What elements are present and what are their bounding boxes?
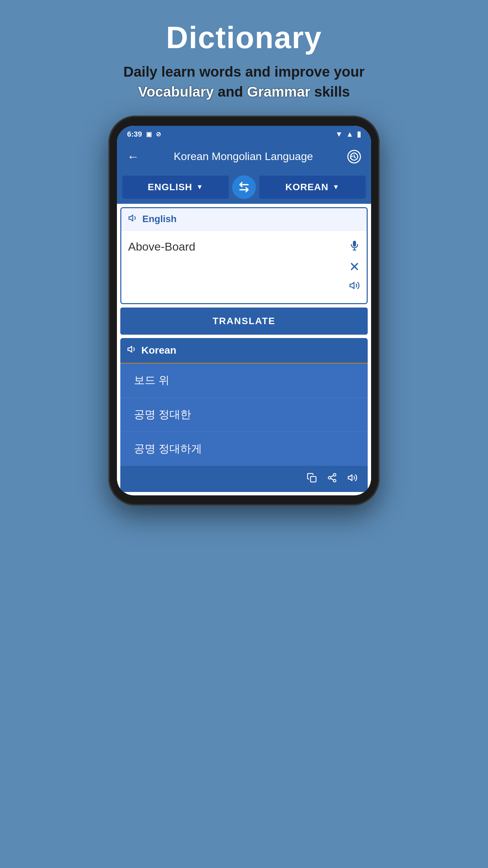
copy-button[interactable] [307, 473, 317, 485]
output-section: Korean 보드 위 공명 정대한 공명 정대하게 [120, 338, 368, 492]
phone-frame: 6:39 ▣ ⊘ ▼ ▲ ▮ ← Korean Mongolian Langua… [108, 116, 380, 506]
play-output-button[interactable] [347, 473, 358, 485]
svg-line-11 [331, 475, 334, 477]
source-lang-button[interactable]: ENGLISH ▼ [122, 176, 229, 199]
subtitle: Daily learn words and improve your Vocab… [14, 62, 474, 102]
output-result-3: 공명 정대하게 [120, 432, 368, 466]
source-lang-arrow: ▼ [196, 183, 203, 191]
battery-icon: ▮ [357, 130, 361, 139]
toolbar: ← Korean Mongolian Language [117, 143, 371, 171]
target-lang-label: KOREAN [285, 182, 328, 193]
output-result-1: 보드 위 [120, 363, 368, 398]
swap-languages-button[interactable] [232, 175, 256, 199]
share-button[interactable] [327, 473, 337, 485]
toolbar-title: Korean Mongolian Language [174, 150, 313, 163]
svg-marker-0 [129, 215, 133, 221]
svg-rect-6 [310, 476, 316, 482]
translate-button[interactable]: TRANSLATE [120, 308, 368, 335]
status-time: 6:39 [127, 130, 142, 139]
subtitle-and: and [214, 84, 247, 100]
output-results: 보드 위 공명 정대한 공명 정대하게 [120, 363, 368, 466]
source-lang-label: ENGLISH [148, 182, 192, 193]
output-result-2: 공명 정대한 [120, 398, 368, 432]
header-section: Dictionary Daily learn words and improve… [0, 0, 488, 116]
phone-wrapper: 6:39 ▣ ⊘ ▼ ▲ ▮ ← Korean Mongolian Langua… [0, 116, 488, 868]
svg-marker-4 [350, 282, 354, 289]
app-title: Dictionary [14, 20, 474, 55]
output-speaker-icon[interactable] [127, 344, 137, 357]
status-bar: 6:39 ▣ ⊘ ▼ ▲ ▮ [117, 126, 371, 143]
svg-marker-5 [128, 346, 132, 352]
svg-marker-12 [348, 475, 352, 481]
mic-button[interactable] [349, 240, 360, 254]
input-section: English Above-Board ✕ [120, 207, 368, 304]
subtitle-post: skills [310, 84, 350, 100]
input-actions: ✕ [349, 237, 360, 296]
svg-rect-1 [353, 241, 356, 246]
input-body: Above-Board ✕ [121, 231, 367, 303]
subtitle-line1: Daily learn words and improve your [123, 64, 365, 80]
signal-icon: ▲ [346, 130, 353, 139]
input-speaker-icon[interactable] [128, 213, 138, 225]
subtitle-highlight1: Vocabulary [138, 84, 214, 100]
phone-screen: 6:39 ▣ ⊘ ▼ ▲ ▮ ← Korean Mongolian Langua… [117, 126, 371, 495]
status-left: 6:39 ▣ ⊘ [127, 130, 161, 139]
output-lang-header: Korean [120, 338, 368, 363]
input-lang-header: English [121, 208, 367, 231]
target-lang-button[interactable]: KOREAN ▼ [259, 176, 366, 199]
input-lang-label: English [142, 214, 177, 224]
wifi-icon: ▼ [335, 130, 343, 139]
clear-button[interactable]: ✕ [349, 260, 360, 273]
output-footer [120, 466, 368, 492]
input-text[interactable]: Above-Board [128, 237, 349, 253]
history-button[interactable] [347, 150, 361, 163]
status-sim-icon: ▣ [146, 131, 152, 138]
status-right: ▼ ▲ ▮ [335, 130, 361, 139]
target-lang-arrow: ▼ [332, 183, 340, 191]
back-button[interactable]: ← [127, 150, 139, 164]
output-lang-label: Korean [141, 344, 176, 356]
subtitle-highlight2: Grammar [247, 84, 310, 100]
svg-line-10 [331, 478, 334, 480]
lang-selector-row: ENGLISH ▼ KOREAN ▼ [117, 171, 371, 204]
play-input-button[interactable] [349, 280, 360, 294]
status-ring-icon: ⊘ [156, 131, 161, 138]
